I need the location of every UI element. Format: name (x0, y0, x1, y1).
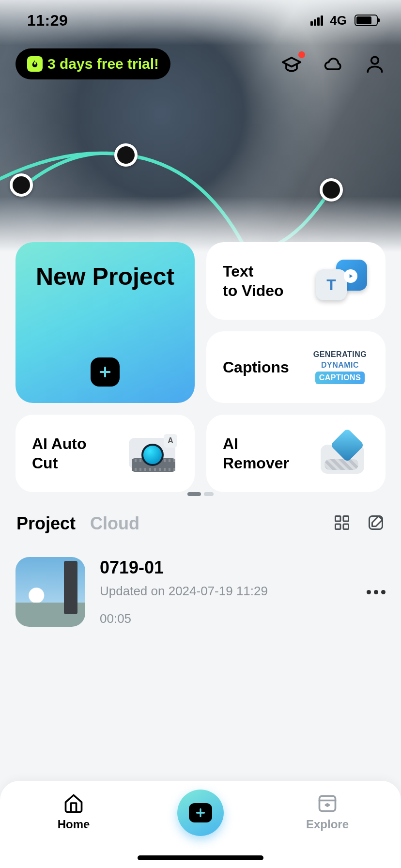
hero-total: 7 (379, 826, 387, 842)
trial-badge[interactable]: 3 days free trial! (15, 48, 170, 79)
captions-art-tag: CAPTIONS (315, 372, 365, 384)
trial-label: 3 days free trial! (47, 57, 159, 71)
svg-rect-2 (343, 516, 349, 522)
hero-current: 5 (357, 823, 367, 843)
project-thumbnail (15, 557, 85, 627)
arrow-right-icon (85, 824, 105, 843)
pager (0, 492, 401, 496)
project-meta: 0719-01 Updated on 2024-07-19 11:29 00:0… (100, 558, 352, 626)
project-item[interactable]: 0719-01 Updated on 2024-07-19 11:29 00:0… (15, 557, 386, 627)
ai-auto-cut-label: AI Auto Cut (32, 434, 87, 473)
new-project-label: New Project (36, 262, 174, 292)
profile-icon[interactable] (364, 53, 386, 75)
captions-label: Captions (223, 357, 289, 377)
text-to-video-label: Text to Video (223, 262, 284, 300)
svg-rect-3 (336, 524, 341, 529)
notification-dot (298, 51, 305, 58)
svg-rect-1 (336, 516, 341, 522)
ai-remover-art (316, 430, 369, 477)
ai-auto-cut-art: A (125, 430, 178, 477)
ai-auto-cut-card[interactable]: AI Auto Cut A (15, 415, 195, 492)
hero-title: Curve (14, 821, 77, 847)
hero-sep: / (367, 826, 379, 842)
tab-project[interactable]: Project (16, 513, 76, 534)
captions-art: GENERATING DYNAMIC CAPTIONS (311, 350, 369, 384)
plus-icon (189, 803, 212, 822)
cloud-icon[interactable] (323, 53, 344, 75)
text-to-video-art: T (316, 258, 369, 304)
top-icons (281, 53, 386, 75)
project-name: 0719-01 (100, 558, 352, 578)
battery-icon (355, 15, 378, 26)
captions-art-line1: GENERATING (313, 350, 367, 359)
tabs: Project Cloud (16, 513, 139, 534)
tutorial-icon[interactable] (281, 53, 302, 75)
pager-dot-active (187, 492, 201, 496)
top-row: 3 days free trial! (15, 48, 386, 79)
cards-grid: New Project Text to Video T Captions GEN… (15, 242, 386, 492)
svg-point-0 (371, 57, 379, 64)
project-duration: 00:05 (100, 611, 352, 626)
home-indicator (138, 855, 263, 860)
text-to-video-card[interactable]: Text to Video T (206, 242, 386, 320)
status-bar: 11:29 4G (0, 0, 401, 41)
play-icon (344, 269, 357, 283)
new-project-card[interactable]: New Project (15, 242, 195, 403)
captions-art-line2: DYNAMIC (321, 361, 359, 370)
project-updated: Updated on 2024-07-19 11:29 (100, 584, 352, 599)
home-icon (63, 792, 84, 814)
hero-counter: 5 / 7 (357, 823, 387, 844)
hero-title-row[interactable]: Curve (14, 821, 105, 847)
pager-dot (204, 492, 214, 496)
grid-view-icon[interactable] (333, 514, 351, 533)
svg-rect-4 (343, 524, 349, 529)
signal-icon (310, 16, 323, 26)
tab-actions (333, 514, 385, 533)
captions-card[interactable]: Captions GENERATING DYNAMIC CAPTIONS (206, 331, 386, 403)
network-label: 4G (330, 13, 347, 28)
plus-icon (91, 357, 120, 387)
hero-footer: Curve 5 / 7 (14, 821, 387, 847)
tab-cloud[interactable]: Cloud (90, 513, 139, 534)
ai-remover-card[interactable]: AI Remover (206, 415, 386, 492)
status-right: 4G (310, 13, 378, 28)
status-time: 11:29 (27, 12, 68, 30)
more-icon[interactable] (367, 590, 386, 594)
edit-icon[interactable] (367, 514, 385, 533)
flame-icon (27, 56, 43, 72)
explore-icon (317, 792, 338, 814)
tabs-row: Project Cloud (16, 513, 385, 534)
ai-remover-label: AI Remover (223, 434, 289, 473)
